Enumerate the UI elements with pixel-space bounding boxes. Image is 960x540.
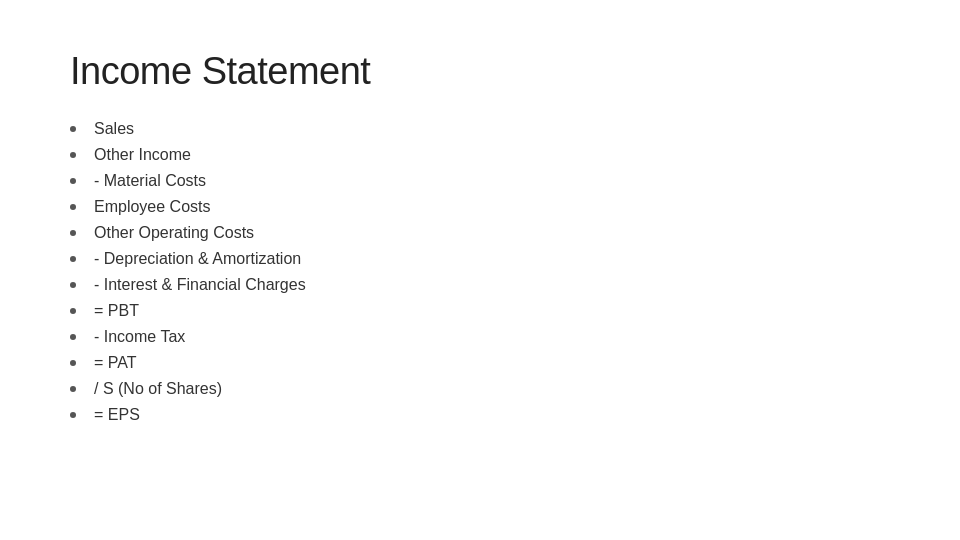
list-item: - Interest & Financial Charges	[70, 277, 890, 293]
list-item: / S (No of Shares)	[70, 381, 890, 397]
list-item-label: - Material Costs	[94, 173, 206, 189]
list-item-label: / S (No of Shares)	[94, 381, 222, 397]
page-container: Income Statement SalesOther Income- Mate…	[0, 0, 960, 540]
list-item-label: - Interest & Financial Charges	[94, 277, 306, 293]
list-item: = EPS	[70, 407, 890, 423]
list-item-label: Sales	[94, 121, 134, 137]
list-item: = PAT	[70, 355, 890, 371]
list-item: - Income Tax	[70, 329, 890, 345]
list-item: = PBT	[70, 303, 890, 319]
bullet-icon	[70, 386, 76, 392]
bullet-icon	[70, 360, 76, 366]
list-item: Other Operating Costs	[70, 225, 890, 241]
list-item-label: Employee Costs	[94, 199, 211, 215]
list-item: Other Income	[70, 147, 890, 163]
list-item-label: - Income Tax	[94, 329, 185, 345]
bullet-icon	[70, 334, 76, 340]
bullet-icon	[70, 178, 76, 184]
list-item-label: - Depreciation & Amortization	[94, 251, 301, 267]
list-item-label: = EPS	[94, 407, 140, 423]
list-item-label: Other Operating Costs	[94, 225, 254, 241]
bullet-icon	[70, 204, 76, 210]
bullet-icon	[70, 256, 76, 262]
list-item: Employee Costs	[70, 199, 890, 215]
list-item-label: = PBT	[94, 303, 139, 319]
page-title: Income Statement	[70, 50, 890, 93]
bullet-icon	[70, 230, 76, 236]
list-item-label: = PAT	[94, 355, 137, 371]
list-item: - Material Costs	[70, 173, 890, 189]
list-item: - Depreciation & Amortization	[70, 251, 890, 267]
bullet-icon	[70, 282, 76, 288]
bullet-icon	[70, 152, 76, 158]
bullet-icon	[70, 412, 76, 418]
bullet-icon	[70, 126, 76, 132]
bullet-icon	[70, 308, 76, 314]
list-item-label: Other Income	[94, 147, 191, 163]
list-item: Sales	[70, 121, 890, 137]
income-statement-list: SalesOther Income- Material CostsEmploye…	[70, 121, 890, 423]
